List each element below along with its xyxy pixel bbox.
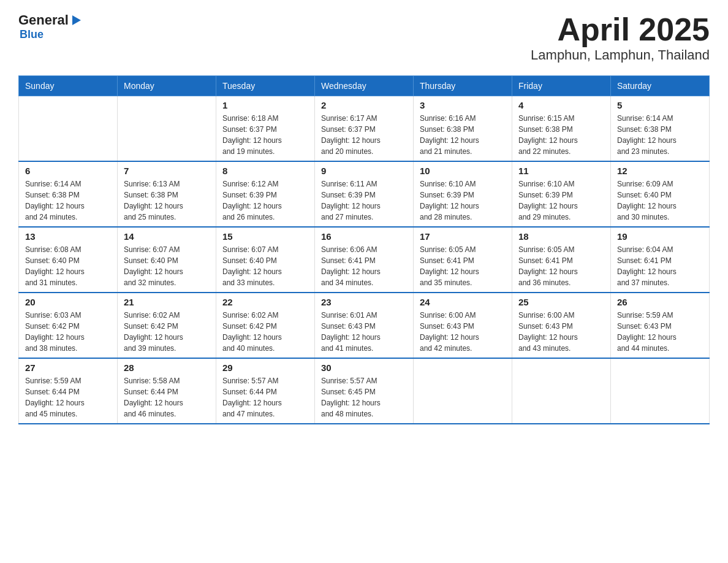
day-info: Sunrise: 6:17 AMSunset: 6:37 PMDaylight:…: [321, 113, 407, 157]
day-number: 13: [25, 231, 111, 242]
day-cell: 5Sunrise: 6:14 AMSunset: 6:38 PMDaylight…: [611, 96, 710, 162]
day-cell: 27Sunrise: 5:59 AMSunset: 6:44 PMDayligh…: [19, 358, 118, 424]
header-cell-monday: Monday: [118, 76, 216, 96]
day-info: Sunrise: 5:59 AMSunset: 6:43 PMDaylight:…: [617, 310, 703, 354]
day-info: Sunrise: 6:14 AMSunset: 6:38 PMDaylight:…: [25, 178, 111, 223]
day-cell: 7Sunrise: 6:13 AMSunset: 6:38 PMDaylight…: [118, 161, 216, 227]
day-cell: 16Sunrise: 6:06 AMSunset: 6:41 PMDayligh…: [315, 227, 414, 293]
day-cell: 17Sunrise: 6:05 AMSunset: 6:41 PMDayligh…: [414, 227, 512, 293]
day-cell: 11Sunrise: 6:10 AMSunset: 6:39 PMDayligh…: [512, 161, 611, 227]
day-number: 5: [617, 100, 703, 110]
day-cell: 12Sunrise: 6:09 AMSunset: 6:40 PMDayligh…: [611, 161, 710, 227]
logo-general-text: General: [18, 12, 69, 28]
day-cell: 18Sunrise: 6:05 AMSunset: 6:41 PMDayligh…: [512, 227, 611, 293]
day-info: Sunrise: 6:00 AMSunset: 6:43 PMDaylight:…: [518, 310, 604, 354]
svg-marker-0: [72, 15, 81, 25]
week-row-4: 20Sunrise: 6:03 AMSunset: 6:42 PMDayligh…: [19, 293, 710, 358]
header-cell-friday: Friday: [512, 76, 611, 96]
day-cell: [118, 96, 216, 162]
day-number: 1: [222, 100, 308, 110]
day-cell: 8Sunrise: 6:12 AMSunset: 6:39 PMDaylight…: [216, 161, 315, 227]
day-info: Sunrise: 6:06 AMSunset: 6:41 PMDaylight:…: [321, 244, 407, 288]
day-number: 8: [222, 166, 308, 176]
week-row-2: 6Sunrise: 6:14 AMSunset: 6:38 PMDaylight…: [19, 161, 710, 227]
day-info: Sunrise: 6:05 AMSunset: 6:41 PMDaylight:…: [518, 244, 604, 288]
calendar-table: SundayMondayTuesdayWednesdayThursdayFrid…: [18, 75, 710, 424]
day-info: Sunrise: 6:04 AMSunset: 6:41 PMDaylight:…: [617, 244, 703, 288]
day-number: 24: [420, 297, 506, 307]
day-info: Sunrise: 6:09 AMSunset: 6:40 PMDaylight:…: [617, 178, 703, 223]
day-number: 10: [420, 166, 506, 176]
day-cell: 10Sunrise: 6:10 AMSunset: 6:39 PMDayligh…: [414, 161, 512, 227]
day-cell: 2Sunrise: 6:17 AMSunset: 6:37 PMDaylight…: [315, 96, 414, 162]
day-number: 15: [222, 231, 308, 242]
week-row-5: 27Sunrise: 5:59 AMSunset: 6:44 PMDayligh…: [19, 358, 710, 424]
day-cell: [19, 96, 118, 162]
header-cell-saturday: Saturday: [611, 76, 710, 96]
day-info: Sunrise: 5:58 AMSunset: 6:44 PMDaylight:…: [124, 375, 210, 419]
logo-arrow-icon: [70, 13, 83, 27]
day-cell: 30Sunrise: 5:57 AMSunset: 6:45 PMDayligh…: [315, 358, 414, 424]
day-cell: 26Sunrise: 5:59 AMSunset: 6:43 PMDayligh…: [611, 293, 710, 358]
day-number: 11: [518, 166, 604, 176]
day-number: 29: [222, 362, 308, 373]
week-row-1: 1Sunrise: 6:18 AMSunset: 6:37 PMDaylight…: [19, 96, 710, 162]
day-number: 22: [222, 297, 308, 307]
day-number: 9: [321, 166, 407, 176]
page-subtitle: Lamphun, Lamphun, Thailand: [531, 47, 710, 63]
day-info: Sunrise: 6:08 AMSunset: 6:40 PMDaylight:…: [25, 244, 111, 288]
day-info: Sunrise: 6:13 AMSunset: 6:38 PMDaylight:…: [124, 178, 210, 223]
day-cell: 29Sunrise: 5:57 AMSunset: 6:44 PMDayligh…: [216, 358, 315, 424]
day-info: Sunrise: 6:00 AMSunset: 6:43 PMDaylight:…: [420, 310, 506, 354]
page-title: April 2025: [531, 12, 710, 47]
day-cell: 15Sunrise: 6:07 AMSunset: 6:40 PMDayligh…: [216, 227, 315, 293]
day-info: Sunrise: 6:07 AMSunset: 6:40 PMDaylight:…: [124, 244, 210, 288]
day-cell: 9Sunrise: 6:11 AMSunset: 6:39 PMDaylight…: [315, 161, 414, 227]
day-info: Sunrise: 6:02 AMSunset: 6:42 PMDaylight:…: [222, 310, 308, 354]
day-number: 21: [124, 297, 210, 307]
day-number: 26: [617, 297, 703, 307]
day-info: Sunrise: 6:11 AMSunset: 6:39 PMDaylight:…: [321, 178, 407, 223]
day-number: 20: [25, 297, 111, 307]
day-info: Sunrise: 6:07 AMSunset: 6:40 PMDaylight:…: [222, 244, 308, 288]
day-number: 18: [518, 231, 604, 242]
day-number: 17: [420, 231, 506, 242]
day-number: 28: [124, 362, 210, 373]
day-number: 25: [518, 297, 604, 307]
header-row: SundayMondayTuesdayWednesdayThursdayFrid…: [19, 76, 710, 96]
day-info: Sunrise: 6:12 AMSunset: 6:39 PMDaylight:…: [222, 178, 308, 223]
day-cell: 13Sunrise: 6:08 AMSunset: 6:40 PMDayligh…: [19, 227, 118, 293]
logo: General Blue: [18, 12, 83, 41]
day-number: 19: [617, 231, 703, 242]
day-number: 2: [321, 100, 407, 110]
day-info: Sunrise: 6:03 AMSunset: 6:42 PMDaylight:…: [25, 310, 111, 354]
day-info: Sunrise: 6:15 AMSunset: 6:38 PMDaylight:…: [518, 113, 604, 157]
day-cell: 20Sunrise: 6:03 AMSunset: 6:42 PMDayligh…: [19, 293, 118, 358]
day-info: Sunrise: 6:05 AMSunset: 6:41 PMDaylight:…: [420, 244, 506, 288]
day-info: Sunrise: 6:16 AMSunset: 6:38 PMDaylight:…: [420, 113, 506, 157]
day-number: 23: [321, 297, 407, 307]
day-info: Sunrise: 5:57 AMSunset: 6:44 PMDaylight:…: [222, 375, 308, 419]
day-number: 6: [25, 166, 111, 176]
day-cell: 6Sunrise: 6:14 AMSunset: 6:38 PMDaylight…: [19, 161, 118, 227]
day-cell: 4Sunrise: 6:15 AMSunset: 6:38 PMDaylight…: [512, 96, 611, 162]
day-cell: 22Sunrise: 6:02 AMSunset: 6:42 PMDayligh…: [216, 293, 315, 358]
day-info: Sunrise: 5:59 AMSunset: 6:44 PMDaylight:…: [25, 375, 111, 419]
day-cell: [611, 358, 710, 424]
day-number: 16: [321, 231, 407, 242]
day-number: 4: [518, 100, 604, 110]
day-number: 3: [420, 100, 506, 110]
title-block: April 2025 Lamphun, Lamphun, Thailand: [531, 12, 710, 63]
day-number: 30: [321, 362, 407, 373]
day-cell: 19Sunrise: 6:04 AMSunset: 6:41 PMDayligh…: [611, 227, 710, 293]
day-info: Sunrise: 6:18 AMSunset: 6:37 PMDaylight:…: [222, 113, 308, 157]
header-cell-sunday: Sunday: [19, 76, 118, 96]
day-cell: 21Sunrise: 6:02 AMSunset: 6:42 PMDayligh…: [118, 293, 216, 358]
header-cell-thursday: Thursday: [414, 76, 512, 96]
day-cell: 23Sunrise: 6:01 AMSunset: 6:43 PMDayligh…: [315, 293, 414, 358]
day-info: Sunrise: 6:14 AMSunset: 6:38 PMDaylight:…: [617, 113, 703, 157]
week-row-3: 13Sunrise: 6:08 AMSunset: 6:40 PMDayligh…: [19, 227, 710, 293]
day-cell: 28Sunrise: 5:58 AMSunset: 6:44 PMDayligh…: [118, 358, 216, 424]
logo-blue-text: Blue: [20, 28, 44, 41]
day-cell: 14Sunrise: 6:07 AMSunset: 6:40 PMDayligh…: [118, 227, 216, 293]
